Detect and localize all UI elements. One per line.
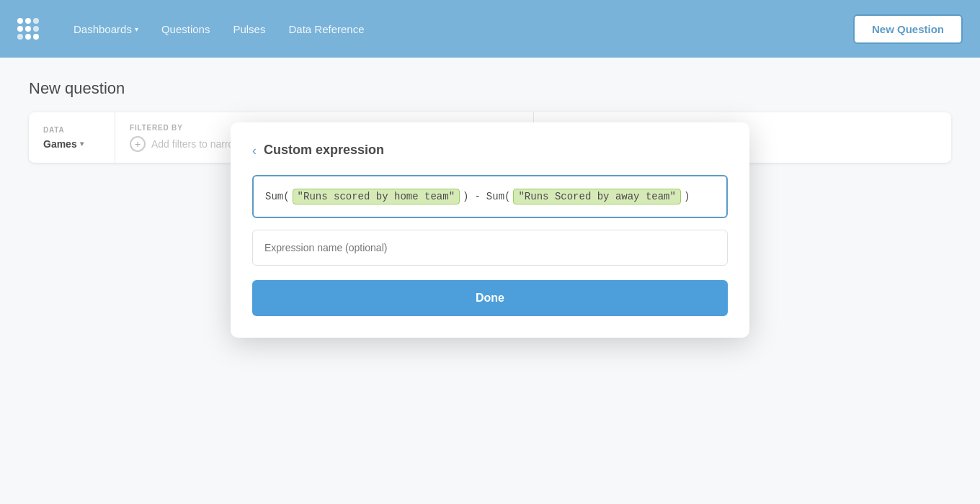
done-button[interactable]: Done [252, 280, 728, 316]
custom-expression-modal: ‹ Custom expression Sum( "Runs scored by… [231, 122, 749, 338]
expr-operator: - [474, 191, 480, 202]
modal-title: Custom expression [264, 143, 384, 158]
expr-sum2-close: ) [684, 191, 690, 202]
modal-overlay: ‹ Custom expression Sum( "Runs scored by… [0, 58, 980, 504]
expression-input-box[interactable]: Sum( "Runs scored by home team" ) - Sum(… [252, 175, 728, 218]
expression-name-input[interactable] [252, 230, 728, 266]
page-content: New question DATA Games ▾ FILTERED BY + … [0, 58, 980, 504]
nav-data-reference-label: Data Reference [288, 23, 364, 35]
modal-header: ‹ Custom expression [252, 143, 728, 158]
expr-sum1-close: ) [463, 191, 468, 202]
nav-dashboards-label: Dashboards [74, 23, 132, 35]
chevron-down-icon: ▾ [135, 25, 138, 33]
expr-sum1-func: Sum( [265, 191, 290, 202]
expr-sum2-arg: "Runs Scored by away team" [513, 189, 680, 204]
nav-pulses[interactable]: Pulses [233, 23, 265, 35]
nav-data-reference[interactable]: Data Reference [288, 23, 364, 35]
logo-dots [17, 18, 39, 40]
new-question-button[interactable]: New Question [853, 14, 963, 44]
nav-questions[interactable]: Questions [161, 23, 210, 35]
expr-sum2-func: Sum( [486, 191, 511, 202]
logo[interactable] [17, 18, 39, 40]
expr-sum1-arg: "Runs scored by home team" [293, 189, 460, 204]
nav-pulses-label: Pulses [233, 23, 265, 35]
nav-dashboards[interactable]: Dashboards ▾ [74, 23, 138, 35]
nav-questions-label: Questions [161, 23, 210, 35]
navbar: Dashboards ▾ Questions Pulses Data Refer… [0, 0, 980, 58]
back-button[interactable]: ‹ [252, 144, 257, 157]
